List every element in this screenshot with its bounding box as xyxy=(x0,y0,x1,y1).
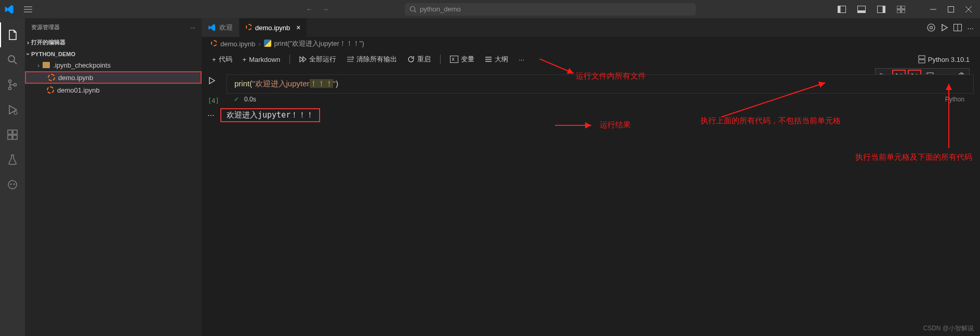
annotation-exec-below: 执行当前单元格及下面的所有代码 xyxy=(855,152,972,162)
copilot-activity-icon[interactable] xyxy=(0,172,25,197)
notebook-body: ··· [4] print("欢迎进入jupyter！！！") ✓ 0.0s P… xyxy=(202,68,980,336)
svg-point-0 xyxy=(410,6,415,11)
tree-item-label: demo01.ipynb xyxy=(57,86,100,94)
split-editor-icon[interactable] xyxy=(953,24,962,31)
server-icon xyxy=(918,55,925,63)
clear-outputs-button[interactable]: 清除所有输出 xyxy=(342,54,401,65)
search-activity-icon[interactable] xyxy=(0,47,25,72)
run-debug-activity-icon[interactable] xyxy=(0,97,25,122)
svg-rect-18 xyxy=(8,135,12,139)
breadcrumb-cell[interactable]: print("欢迎进入jupyter！！！") xyxy=(274,39,364,48)
testing-activity-icon[interactable] xyxy=(0,147,25,172)
add-markdown-button[interactable]: +Markdown xyxy=(239,55,285,64)
hamburger-menu-icon[interactable] xyxy=(20,4,36,15)
breadcrumb-file[interactable]: demo.ipynb xyxy=(220,40,255,48)
vscode-logo-icon xyxy=(208,23,216,32)
open-editors-section[interactable]: › 打开的编辑器 xyxy=(25,37,202,47)
layout-primary-sidebar-icon[interactable] xyxy=(833,4,850,15)
svg-point-23 xyxy=(14,184,15,185)
workspace-label: PYTHON_DEMO xyxy=(31,51,75,57)
divider xyxy=(440,55,441,64)
tree-item-folder[interactable]: › .ipynb_checkpoints xyxy=(25,59,202,71)
notebook-toolbar: +代码 +Markdown 全部运行 清除所有输出 重启 变量 大纲 ··· P… xyxy=(202,50,980,68)
layout-secondary-sidebar-icon[interactable] xyxy=(873,4,890,15)
source-control-activity-icon[interactable] xyxy=(0,72,25,97)
tree-item-label: .ipynb_checkpoints xyxy=(53,61,111,69)
customize-layout-icon[interactable] xyxy=(893,4,909,15)
close-icon[interactable]: × xyxy=(296,23,300,32)
svg-rect-27 xyxy=(451,56,458,63)
sidebar-more-icon[interactable]: ··· xyxy=(191,24,195,31)
run-all-icon xyxy=(299,56,307,63)
success-check-icon: ✓ xyxy=(234,96,239,103)
window-minimize-icon[interactable] xyxy=(926,4,941,15)
kernel-picker[interactable]: Python 3.10.1 xyxy=(914,54,974,64)
tab-label: 欢迎 xyxy=(219,23,233,32)
window-maximize-icon[interactable] xyxy=(944,4,958,15)
variables-button[interactable]: 变量 xyxy=(446,54,479,65)
explorer-sidebar: 资源管理器 ··· › 打开的编辑器 › PYTHON_DEMO › .ipyn… xyxy=(25,18,202,336)
folder-icon xyxy=(42,62,51,68)
restart-icon xyxy=(407,56,415,63)
extensions-activity-icon[interactable] xyxy=(0,122,25,147)
svg-rect-19 xyxy=(13,135,17,139)
search-icon xyxy=(409,6,417,13)
jupyter-icon xyxy=(46,86,55,94)
restart-button[interactable]: 重启 xyxy=(403,54,435,65)
sidebar-title: 资源管理器 xyxy=(31,23,60,31)
svg-point-14 xyxy=(9,87,11,90)
explorer-activity-icon[interactable] xyxy=(0,22,25,47)
run-cell-button[interactable] xyxy=(208,76,216,85)
code-cell[interactable]: print("欢迎进入jupyter！！！") ✓ 0.0s Python xyxy=(227,74,974,105)
svg-rect-7 xyxy=(897,6,900,9)
output-menu-icon[interactable]: ··· xyxy=(202,111,220,120)
search-text: python_demo xyxy=(420,5,461,13)
activity-bar xyxy=(0,18,25,336)
svg-rect-9 xyxy=(897,10,900,13)
execution-count: [4] xyxy=(208,97,219,105)
svg-point-12 xyxy=(8,56,15,62)
chevron-right-icon: › xyxy=(37,61,39,69)
open-editors-label: 打开的编辑器 xyxy=(31,38,65,46)
title-bar: ← → python_demo xyxy=(0,0,980,18)
tab-demo-ipynb[interactable]: demo.ipynb × xyxy=(240,18,307,37)
toolbar-overflow-icon[interactable]: ··· xyxy=(514,55,528,64)
tree-item-label: demo.ipynb xyxy=(58,74,93,82)
layout-panel-icon[interactable] xyxy=(853,4,870,15)
svg-point-13 xyxy=(9,80,11,83)
editor-tabs: 欢迎 demo.ipynb × ··· xyxy=(202,18,980,37)
window-close-icon[interactable] xyxy=(961,4,976,15)
tree-item-notebook-active[interactable]: demo.ipynb xyxy=(25,71,202,84)
nav-forward-icon[interactable]: → xyxy=(319,4,332,14)
svg-rect-28 xyxy=(919,56,925,59)
run-settings-icon[interactable] xyxy=(926,23,936,32)
clear-icon xyxy=(347,56,354,63)
outline-button[interactable]: 大纲 xyxy=(481,54,512,65)
svg-point-16 xyxy=(14,111,17,114)
cell-status-bar: ✓ 0.0s Python xyxy=(227,94,974,105)
add-code-button[interactable]: +代码 xyxy=(208,54,236,65)
svg-rect-2 xyxy=(838,6,841,12)
jupyter-icon xyxy=(246,24,252,32)
svg-rect-20 xyxy=(13,130,17,134)
python-icon xyxy=(264,40,271,48)
breadcrumb[interactable]: demo.ipynb › print("欢迎进入jupyter！！！") xyxy=(202,37,980,50)
workspace-section[interactable]: › PYTHON_DEMO xyxy=(25,49,202,59)
cell-editor[interactable]: print("欢迎进入jupyter！！！") xyxy=(227,74,974,94)
svg-rect-4 xyxy=(858,10,866,13)
editor-area: 欢迎 demo.ipynb × ··· demo.ipynb › print("… xyxy=(202,18,980,336)
command-center-search[interactable]: python_demo xyxy=(405,3,696,16)
svg-rect-8 xyxy=(902,6,905,9)
svg-point-21 xyxy=(8,180,17,189)
cell-language[interactable]: Python xyxy=(945,96,964,103)
more-actions-icon[interactable]: ··· xyxy=(967,23,974,32)
plus-icon: + xyxy=(243,56,247,63)
nav-back-icon[interactable]: ← xyxy=(303,4,316,14)
tab-welcome[interactable]: 欢迎 xyxy=(202,18,240,37)
outline-icon xyxy=(485,56,492,63)
run-all-icon[interactable] xyxy=(941,23,948,32)
tree-item-notebook[interactable]: demo01.ipynb xyxy=(25,84,202,96)
svg-rect-6 xyxy=(883,6,885,12)
run-all-button[interactable]: 全部运行 xyxy=(295,54,340,65)
svg-point-24 xyxy=(928,24,935,31)
